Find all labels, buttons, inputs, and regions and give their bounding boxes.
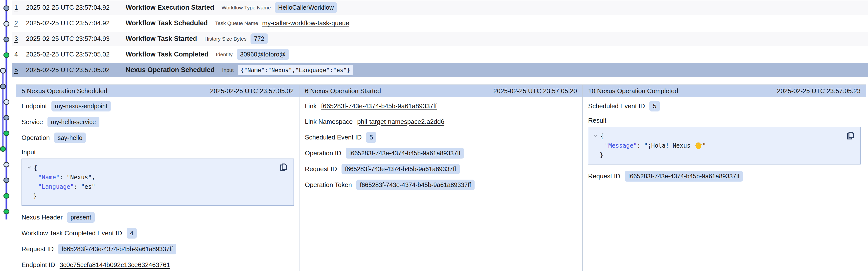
payload-code-viewer: {"Message": "¡Hola! Nexus "} xyxy=(588,127,861,164)
field-label: Link xyxy=(305,102,317,110)
timeline-dot-event-9 xyxy=(4,131,9,136)
timeline-dot-event-13 xyxy=(4,193,9,198)
field-value-link[interactable]: f665283f-743e-4374-b45b-9a61a89337ff xyxy=(321,102,437,110)
event-detail-panel-1: 5 Nexus Operation Scheduled2025-02-25 UT… xyxy=(16,85,300,271)
event-attribute-label: Workflow Type Name xyxy=(222,5,271,11)
event-id-link[interactable]: 5 xyxy=(14,66,26,74)
field-value-badge: my-hello-service xyxy=(48,117,99,127)
panel-header: 10 Nexus Operation Completed2025-02-25 U… xyxy=(583,85,866,97)
panel-title: 5 Nexus Operation Scheduled xyxy=(22,87,107,95)
event-detail-panel-3: 10 Nexus Operation Completed2025-02-25 U… xyxy=(583,85,866,271)
detail-field: Operation IDf665283f-743e-4374-b45b-9a61… xyxy=(305,148,577,159)
event-id-link[interactable]: 4 xyxy=(14,51,26,58)
field-label: Input xyxy=(22,148,294,156)
timeline-dot-event-1 xyxy=(4,6,9,11)
field-label: Endpoint ID xyxy=(22,261,55,269)
timeline-dot-event-8 xyxy=(4,115,9,120)
field-label: Request ID xyxy=(305,165,337,173)
json-key: "Name" xyxy=(38,173,60,182)
detail-field: Request IDf665283f-743e-4374-b45b-9a61a8… xyxy=(22,244,294,254)
detail-field: Workflow Task Completed Event ID4 xyxy=(22,228,294,239)
code-line: { xyxy=(27,163,288,173)
event-name: Workflow Task Scheduled xyxy=(126,19,208,27)
json-text: } xyxy=(600,151,603,160)
field-label: Scheduled Event ID xyxy=(305,134,362,141)
payload-code-viewer: {"Name": "Nexus","Language": "es"} xyxy=(22,159,294,206)
event-row-1[interactable]: 12025-02-25 UTC 23:57:04.92Workflow Exec… xyxy=(12,0,868,15)
event-group-detail-panels: 5 Nexus Operation Scheduled2025-02-25 UT… xyxy=(16,84,866,271)
json-text: "Nexus" xyxy=(67,173,92,182)
field-value-badge: 5 xyxy=(366,132,376,143)
event-row-5[interactable]: 52025-02-25 UTC 23:57:05.02Nexus Operati… xyxy=(12,63,868,77)
field-label: Request ID xyxy=(588,172,620,180)
event-history-list: 12025-02-25 UTC 23:57:04.92Workflow Exec… xyxy=(12,0,868,79)
event-attribute-value-badge: HelloCallerWorkflow xyxy=(275,2,337,13)
field-label: Operation Token xyxy=(305,181,352,189)
code-line: "Language": "es" xyxy=(27,182,288,191)
json-text: } xyxy=(33,191,37,201)
event-timestamp: 2025-02-25 UTC 23:57:04.93 xyxy=(26,35,126,43)
event-id-link[interactable]: 1 xyxy=(14,4,26,11)
json-key: "Language" xyxy=(38,182,74,191)
event-row-3[interactable]: 32025-02-25 UTC 23:57:04.93Workflow Task… xyxy=(12,32,868,46)
event-name: Nexus Operation Scheduled xyxy=(126,66,215,74)
panel-body: Linkf665283f-743e-4374-b45b-9a61a89337ff… xyxy=(300,97,583,190)
detail-field: Endpointmy-nexus-endpoint xyxy=(22,101,294,111)
field-label: Operation ID xyxy=(305,150,341,157)
json-text: : xyxy=(637,141,644,151)
json-text: "¡Hola! Nexus xyxy=(644,141,694,151)
event-row-4[interactable]: 42025-02-25 UTC 23:57:05.02Workflow Task… xyxy=(12,47,868,61)
event-attribute-label: Task Queue Name xyxy=(215,20,258,26)
timeline-dot-event-11 xyxy=(4,162,9,167)
detail-field: Operation Tokenf665283f-743e-4374-b45b-9… xyxy=(305,180,577,190)
field-label: Result xyxy=(588,117,861,124)
panel-title: 10 Nexus Operation Completed xyxy=(588,87,678,95)
event-id-link[interactable]: 3 xyxy=(14,35,26,43)
code-line: } xyxy=(593,151,856,160)
field-value-link[interactable]: phil-target-namespace2.a2dd6 xyxy=(357,118,444,126)
field-value-badge: say-hello xyxy=(54,133,86,143)
event-id-link[interactable]: 2 xyxy=(14,19,26,27)
chevron-down-icon[interactable] xyxy=(27,163,32,173)
event-attribute-value-badge: {"Name":"Nexus","Language":"es"} xyxy=(238,65,353,75)
chevron-down-icon[interactable] xyxy=(593,132,598,141)
event-attribute-label: Input xyxy=(222,67,234,73)
timeline-dot-event-5 xyxy=(0,69,6,73)
field-label: Service xyxy=(22,118,43,126)
json-text: : xyxy=(74,182,81,191)
field-value-link[interactable]: 3c0c75ccfa8144b092c13ce632463761 xyxy=(60,261,170,269)
panel-header: 6 Nexus Operation Started2025-02-25 UTC … xyxy=(300,85,583,97)
timeline-dot-event-3 xyxy=(4,37,9,42)
panel-header: 5 Nexus Operation Scheduled2025-02-25 UT… xyxy=(16,85,299,97)
field-label: Endpoint xyxy=(22,102,47,110)
field-value-badge: f665283f-743e-4374-b45b-9a61a89337ff xyxy=(625,171,743,182)
timeline-dot-event-10 xyxy=(0,147,6,151)
copy-button[interactable] xyxy=(845,131,855,140)
field-value-badge: present xyxy=(67,212,94,223)
event-timestamp: 2025-02-25 UTC 23:57:04.92 xyxy=(26,4,126,11)
workflow-history-page: { "colors": { "row_alt": "#f8f8fa", "row… xyxy=(0,0,868,271)
timeline-dot-event-7 xyxy=(4,100,9,104)
copy-button[interactable] xyxy=(278,162,288,172)
json-key: "Message" xyxy=(604,141,637,151)
field-value-badge: 5 xyxy=(649,101,660,111)
detail-field: Endpoint ID3c0c75ccfa8144b092c13ce632463… xyxy=(22,260,294,270)
event-attribute-label: History Size Bytes xyxy=(205,36,247,42)
field-value-badge: f665283f-743e-4374-b45b-9a61a89337ff xyxy=(356,180,474,190)
event-attribute-value-badge: 30960@totoro@ xyxy=(237,49,289,60)
event-attribute-value-link[interactable]: my-caller-workflow-task-queue xyxy=(262,19,349,27)
detail-field: Scheduled Event ID5 xyxy=(588,101,861,111)
field-label: Link Namespace xyxy=(305,118,353,126)
event-timestamp: 2025-02-25 UTC 23:57:04.92 xyxy=(26,19,126,27)
field-label: Request ID xyxy=(22,245,54,253)
event-attribute-label: Identity xyxy=(216,52,233,57)
detail-field: Link Namespacephil-target-namespace2.a2d… xyxy=(305,116,577,127)
timeline-dot-event-14 xyxy=(4,209,9,214)
event-timestamp: 2025-02-25 UTC 23:57:05.02 xyxy=(26,51,126,58)
json-text: , xyxy=(92,173,95,182)
event-timestamp: 2025-02-25 UTC 23:57:05.02 xyxy=(26,66,126,74)
panel-timestamp: 2025-02-25 UTC 23:57:05.20 xyxy=(493,87,577,95)
field-value-badge: my-nexus-endpoint xyxy=(52,101,111,111)
event-row-2[interactable]: 22025-02-25 UTC 23:57:04.92Workflow Task… xyxy=(12,16,868,30)
timeline-dot-event-2 xyxy=(4,22,9,26)
